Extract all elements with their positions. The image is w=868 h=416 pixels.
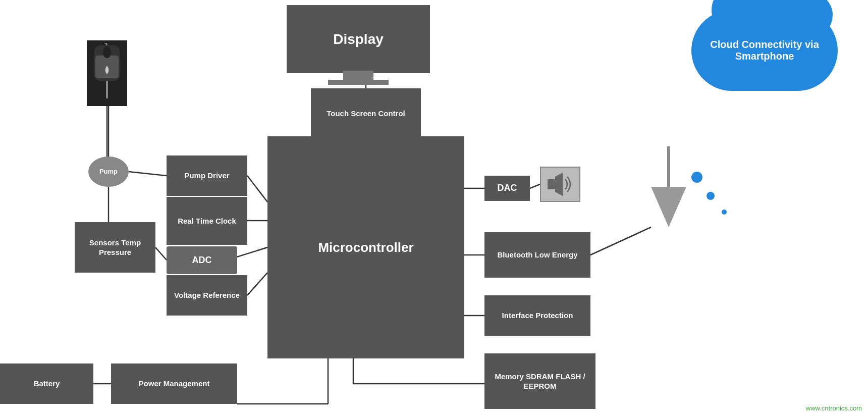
- dac-box: DAC: [484, 176, 530, 201]
- pump-driver-box: Pump Driver: [167, 155, 247, 196]
- sensors-label: Sensors Temp Pressure: [75, 238, 155, 257]
- power-management-label: Power Management: [139, 379, 210, 389]
- voltage-ref-box: Voltage Reference: [167, 275, 247, 316]
- svg-line-2: [247, 176, 267, 202]
- speaker-icon: [540, 167, 580, 202]
- microcontroller-box: Microcontroller: [267, 136, 464, 358]
- touch-screen-box: Touch Screen Control: [311, 88, 421, 139]
- battery-box: Battery: [0, 363, 93, 404]
- pump-driver-label: Pump Driver: [184, 171, 229, 181]
- cloud-bump: [787, 0, 833, 38]
- microcontroller-label: Microcontroller: [318, 240, 413, 255]
- monitor-stand: [343, 71, 373, 81]
- sensors-box: Sensors Temp Pressure: [75, 222, 155, 273]
- ble-label: Bluetooth Low Energy: [497, 250, 577, 260]
- cloud-shape: Cloud Connectivity via Smartphone: [691, 10, 838, 91]
- svg-marker-27: [555, 173, 563, 196]
- adc-label: ADC: [192, 254, 212, 266]
- rtc-box: Real Time Clock: [167, 197, 247, 245]
- pump-label: Pump: [99, 168, 118, 176]
- monitor-base: [328, 80, 389, 85]
- display-label: Display: [333, 31, 384, 47]
- memory-box: Memory SDRAM FLASH / EEPROM: [484, 353, 595, 409]
- rtc-label: Real Time Clock: [178, 216, 236, 226]
- touch-screen-label: Touch Screen Control: [327, 109, 405, 119]
- iv-bag-icon: [87, 40, 127, 106]
- watermark: www.cntronics.com: [806, 404, 862, 412]
- svg-point-24: [103, 46, 111, 58]
- svg-line-1: [129, 172, 167, 176]
- svg-line-6: [155, 247, 167, 260]
- svg-line-12: [530, 184, 540, 188]
- interface-protection-box: Interface Protection: [484, 295, 590, 336]
- display-monitor: Display: [287, 5, 430, 73]
- ble-box: Bluetooth Low Energy: [484, 232, 590, 278]
- diagram-container: Display Touch Screen Control Microcontro…: [0, 0, 868, 416]
- signal-dot-1: [691, 172, 702, 183]
- voltage-ref-label: Voltage Reference: [174, 290, 240, 300]
- memory-label: Memory SDRAM FLASH / EEPROM: [484, 372, 595, 391]
- adc-box: ADC: [167, 246, 237, 274]
- power-management-box: Power Management: [111, 363, 237, 404]
- svg-line-13: [590, 227, 651, 255]
- signal-dot-2: [707, 192, 715, 200]
- signal-dot-3: [722, 210, 727, 215]
- interface-protection-label: Interface Protection: [502, 310, 573, 321]
- cloud-label: Cloud Connectivity via Smartphone: [691, 39, 838, 62]
- dac-label: DAC: [498, 182, 517, 194]
- battery-label: Battery: [34, 379, 60, 389]
- svg-line-5: [247, 273, 267, 295]
- pump-circle: Pump: [88, 157, 129, 187]
- svg-rect-26: [548, 179, 555, 189]
